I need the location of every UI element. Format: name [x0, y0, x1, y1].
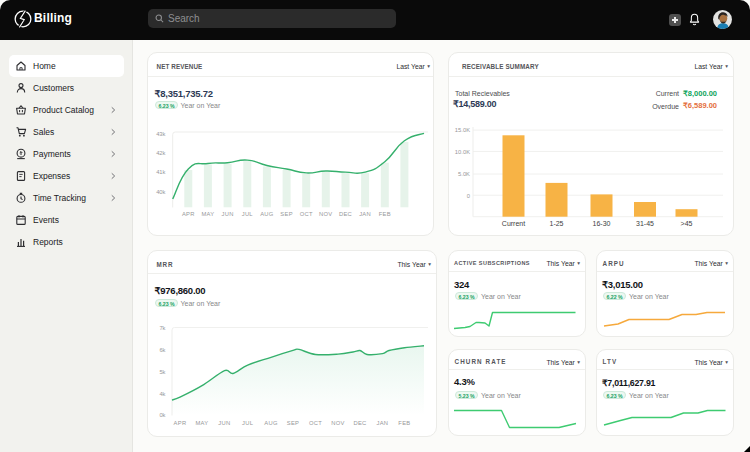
svg-text:JAN: JAN	[376, 420, 388, 426]
svg-text:6k: 6k	[159, 347, 165, 353]
svg-text:1-25: 1-25	[549, 220, 563, 227]
svg-text:FEB: FEB	[379, 211, 391, 217]
svg-text:43k: 43k	[156, 131, 165, 137]
svg-text:APR: APR	[182, 211, 195, 217]
svg-text:15.0K: 15.0K	[455, 127, 470, 133]
svg-text:4k: 4k	[159, 391, 165, 397]
svg-text:MAY: MAY	[201, 211, 214, 217]
svg-text:JUN: JUN	[218, 420, 230, 426]
svg-text:JUL: JUL	[242, 420, 254, 426]
svg-text:AUG: AUG	[260, 211, 274, 217]
svg-text:40k: 40k	[156, 189, 165, 195]
svg-text:JUL: JUL	[242, 211, 254, 217]
svg-text:DEC: DEC	[339, 211, 352, 217]
svg-text:FEB: FEB	[398, 420, 410, 426]
svg-text:OCT: OCT	[309, 420, 322, 426]
svg-text:41k: 41k	[156, 169, 165, 175]
svg-text:5.0K: 5.0K	[458, 171, 470, 177]
svg-text:DEC: DEC	[353, 420, 366, 426]
svg-text:OCT: OCT	[300, 211, 313, 217]
svg-text:0k: 0k	[159, 412, 165, 418]
svg-text:JUN: JUN	[222, 211, 234, 217]
svg-text:0: 0	[467, 193, 470, 199]
svg-text:Current: Current	[502, 220, 525, 227]
svg-text:42k: 42k	[156, 150, 165, 156]
svg-text:>45: >45	[681, 220, 693, 227]
svg-text:NOV: NOV	[331, 420, 344, 426]
svg-text:NOV: NOV	[319, 211, 332, 217]
svg-text:MAY: MAY	[195, 420, 208, 426]
svg-text:16-30: 16-30	[593, 220, 611, 227]
svg-text:10.0K: 10.0K	[455, 149, 470, 155]
svg-text:31-45: 31-45	[636, 220, 654, 227]
svg-text:5k: 5k	[159, 369, 165, 375]
svg-text:AUG: AUG	[264, 420, 278, 426]
svg-text:JAN: JAN	[359, 211, 371, 217]
svg-text:7k: 7k	[159, 325, 165, 331]
svg-text:SEP: SEP	[287, 420, 300, 426]
svg-text:APR: APR	[174, 420, 187, 426]
svg-text:SEP: SEP	[280, 211, 293, 217]
